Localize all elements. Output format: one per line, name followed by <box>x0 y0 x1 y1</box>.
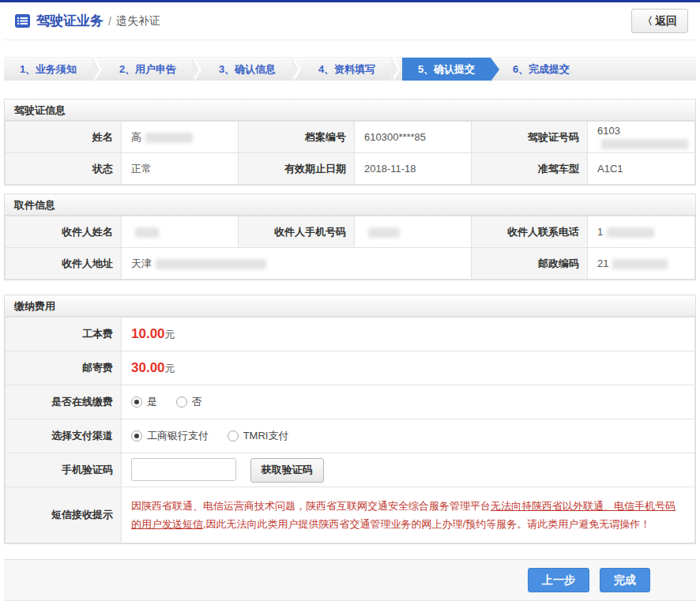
back-button[interactable]: 〈 返回 <box>631 9 688 33</box>
name-label: 姓名 <box>6 122 122 153</box>
pickup-info-section: 取件信息 收件人姓名 收件人手机号码 收件人联系电话 1 收件人地址 天津 邮政… <box>4 194 696 280</box>
production-fee-value: 10.00元 <box>122 318 695 351</box>
sms-notice-label: 短信接收提示 <box>6 487 122 543</box>
sms-code-cell: 获取验证码 <box>122 453 695 487</box>
redacted-value <box>156 259 266 269</box>
payment-section: 缴纳费用 工本费 10.00元 邮寄费 30.00元 是否在线缴费 是 否 选择… <box>4 295 696 544</box>
recipient-phone-label: 收件人联系电话 <box>472 216 588 248</box>
steps-bar-filler <box>579 58 696 81</box>
page-subtitle: 遗失补证 <box>116 14 160 28</box>
table-row: 姓名 高 档案编号 610300****85 驾驶证号码 6103 <box>6 122 695 153</box>
page: 驾驶证业务 / 遗失补证 〈 返回 1、业务须知 2、用户申告 3、确认信息 4… <box>0 2 700 601</box>
finish-button[interactable]: 完成 <box>600 568 650 592</box>
footer-action-bar: 上一步 完成 <box>4 559 696 601</box>
app-header: 驾驶证业务 / 遗失补证 〈 返回 <box>4 2 696 40</box>
sms-notice-text: 因陕西省联通、电信运营商技术问题，陕西省互联网交通安全综合服务管理平台无法向持陕… <box>122 487 695 543</box>
redacted-value <box>368 227 400 238</box>
payment-table: 工本费 10.00元 邮寄费 30.00元 是否在线缴费 是 否 选择支付渠道 … <box>5 317 695 543</box>
zip-code-label: 邮政编码 <box>472 248 588 280</box>
step-2: 2、用户申告 <box>103 58 192 81</box>
recipient-address-value: 天津 <box>122 248 472 280</box>
vehicle-class-label: 准驾车型 <box>472 153 588 185</box>
license-section-title: 驾驶证信息 <box>5 100 695 121</box>
pickup-section-title: 取件信息 <box>5 194 695 216</box>
name-value: 高 <box>122 122 239 153</box>
license-number-label: 驾驶证号码 <box>472 122 588 153</box>
payment-section-title: 缴纳费用 <box>5 295 695 317</box>
status-label: 状态 <box>6 153 122 185</box>
table-row: 邮寄费 30.00元 <box>6 351 695 385</box>
step-6: 6、完成提交 <box>491 58 579 81</box>
status-value: 正常 <box>122 153 239 185</box>
step-1: 1、业务须知 <box>4 58 92 81</box>
production-fee-label: 工本费 <box>6 318 122 351</box>
chevron-left-icon: 〈 <box>642 14 653 28</box>
radio-icbc-pay[interactable]: 工商银行支付 <box>131 429 209 443</box>
recipient-mobile-value <box>355 216 472 248</box>
pay-online-label: 是否在线缴费 <box>6 385 122 419</box>
wizard-steps-bar: 1、业务须知 2、用户申告 3、确认信息 4、资料填写 5、确认提交 6、完成提… <box>4 57 696 81</box>
table-row: 是否在线缴费 是 否 <box>6 385 695 419</box>
radio-selected-icon <box>131 396 142 408</box>
postage-fee-value: 30.00元 <box>122 351 695 385</box>
list-icon <box>15 14 30 28</box>
radio-unselected-icon <box>228 430 239 442</box>
expiry-label: 有效期止日期 <box>239 153 355 185</box>
file-number-label: 档案编号 <box>239 122 355 153</box>
table-row: 收件人地址 天津 邮政编码 21 <box>6 248 695 280</box>
recipient-name-label: 收件人姓名 <box>6 216 122 248</box>
breadcrumb-separator: / <box>108 15 111 28</box>
pay-online-options: 是 否 <box>122 385 695 419</box>
table-row: 选择支付渠道 工商银行支付 TMRI支付 <box>6 419 695 453</box>
table-row: 状态 正常 有效期止日期 2018-11-18 准驾车型 A1C1 <box>6 153 695 185</box>
redacted-value <box>135 227 159 238</box>
table-row: 收件人姓名 收件人手机号码 收件人联系电话 1 <box>6 216 695 248</box>
table-row: 工本费 10.00元 <box>6 318 695 351</box>
step-chevron-icon <box>391 58 402 81</box>
vehicle-class-value: A1C1 <box>588 153 695 185</box>
payment-channel-options: 工商银行支付 TMRI支付 <box>122 419 695 453</box>
license-info-table: 姓名 高 档案编号 610300****85 驾驶证号码 6103 状态 正常 … <box>5 121 695 185</box>
table-row: 手机验证码 获取验证码 <box>6 453 695 487</box>
recipient-mobile-label: 收件人手机号码 <box>239 216 355 248</box>
radio-unselected-icon <box>176 396 187 408</box>
radio-selected-icon <box>131 430 142 442</box>
step-3: 3、确认信息 <box>203 58 292 81</box>
postage-fee-label: 邮寄费 <box>6 351 122 385</box>
redacted-value <box>601 139 688 149</box>
redacted-value <box>607 227 654 238</box>
recipient-address-label: 收件人地址 <box>6 248 122 280</box>
sms-code-input[interactable] <box>131 458 236 481</box>
recipient-phone-value: 1 <box>588 216 695 248</box>
radio-tmri-pay[interactable]: TMRI支付 <box>228 429 289 443</box>
step-chevron-icon <box>292 58 303 81</box>
payment-channel-label: 选择支付渠道 <box>6 419 122 453</box>
redacted-value <box>612 259 668 269</box>
pickup-info-table: 收件人姓名 收件人手机号码 收件人联系电话 1 收件人地址 天津 邮政编码 21 <box>5 216 695 280</box>
page-title: 驾驶证业务 <box>36 12 103 30</box>
step-4: 4、资料填写 <box>303 58 391 81</box>
recipient-name-value <box>122 216 239 248</box>
redacted-value <box>145 133 193 143</box>
radio-no[interactable]: 否 <box>176 395 202 409</box>
back-button-label: 返回 <box>655 14 677 28</box>
get-code-button[interactable]: 获取验证码 <box>250 458 324 483</box>
expiry-value: 2018-11-18 <box>355 153 472 185</box>
sms-code-label: 手机验证码 <box>6 453 122 487</box>
step-5-active: 5、确认提交 <box>402 58 491 81</box>
zip-code-value: 21 <box>588 248 695 280</box>
step-chevron-icon <box>192 58 203 81</box>
license-number-value: 6103 <box>588 122 695 153</box>
previous-step-button[interactable]: 上一步 <box>528 568 589 592</box>
file-number-value: 610300****85 <box>355 122 472 153</box>
license-info-section: 驾驶证信息 姓名 高 档案编号 610300****85 驾驶证号码 6103 … <box>4 99 696 186</box>
table-row: 短信接收提示 因陕西省联通、电信运营商技术问题，陕西省互联网交通安全综合服务管理… <box>6 487 695 543</box>
radio-yes[interactable]: 是 <box>131 395 157 409</box>
step-chevron-icon <box>92 58 103 81</box>
